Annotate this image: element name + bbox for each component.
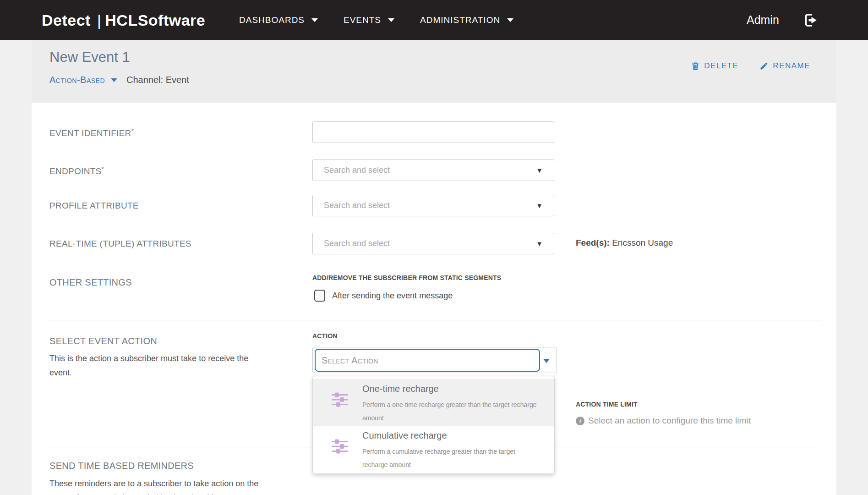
dropdown-arrow-icon[interactable] bbox=[543, 359, 550, 363]
static-segments-heading: ADD/REMOVE THE SUBSCRIBER FROM STATIC SE… bbox=[312, 274, 501, 281]
trash-icon bbox=[691, 61, 700, 71]
event-subline: Action-Based Channel: Event bbox=[49, 75, 189, 85]
chevron-down-icon bbox=[311, 18, 318, 22]
chevron-down-icon bbox=[388, 18, 394, 22]
profile-attribute-placeholder: Search and select bbox=[313, 201, 536, 210]
dropdown-arrow-icon: ▼ bbox=[536, 166, 554, 174]
rename-label: RENAME bbox=[773, 61, 810, 71]
select-event-action-heading: SELECT EVENT ACTION bbox=[49, 336, 157, 346]
sliders-icon bbox=[331, 438, 349, 455]
realtime-attributes-label: REAL-TIME (TUPLE) ATTRIBUTES bbox=[49, 239, 191, 249]
info-icon: i bbox=[576, 417, 584, 425]
required-mark: * bbox=[131, 127, 134, 134]
action-time-limit-hint: i Select an action to configure this tim… bbox=[576, 416, 751, 426]
option-description: Perform a cumulative recharge greater th… bbox=[362, 445, 540, 472]
action-placeholder: Select Action bbox=[316, 355, 378, 366]
chevron-down-icon bbox=[507, 18, 513, 22]
sign-out-icon[interactable] bbox=[802, 12, 819, 28]
pencil-icon bbox=[759, 61, 769, 71]
realtime-attributes-select[interactable]: Search and select ▼ bbox=[312, 233, 554, 254]
reminders-heading: SEND TIME BASED REMINDERS bbox=[49, 461, 194, 471]
endpoints-placeholder: Search and select bbox=[313, 165, 536, 175]
action-combobox: Select Action bbox=[312, 347, 557, 373]
realtime-attributes-placeholder: Search and select bbox=[313, 239, 536, 248]
select-event-action-description: This is the action a subscriber must tak… bbox=[49, 352, 265, 380]
nav-menu-dashboards-label: DASHBOARDS bbox=[239, 15, 305, 25]
option-title: Cumulative recharge bbox=[362, 430, 447, 441]
profile-attribute-select[interactable]: Search and select ▼ bbox=[312, 195, 554, 216]
header-actions: DELETE RENAME bbox=[691, 61, 810, 71]
nav-menu-administration-label: ADMINISTRATION bbox=[420, 15, 500, 25]
user-menu[interactable]: Admin bbox=[747, 0, 779, 40]
event-identifier-label: EVENT IDENTIFIER* bbox=[49, 127, 134, 138]
top-navbar: Detect|HCLSoftware DASHBOARDS EVENTS ADM… bbox=[0, 0, 868, 40]
logo-separator: | bbox=[91, 11, 105, 28]
event-type-label: Action-Based bbox=[49, 75, 105, 85]
feeds-divider bbox=[566, 231, 566, 257]
nav-menu-administration[interactable]: ADMINISTRATION bbox=[420, 0, 513, 40]
nav-menu-dashboards[interactable]: DASHBOARDS bbox=[239, 0, 318, 40]
logo-product: Detect bbox=[42, 11, 91, 28]
app-logo: Detect|HCLSoftware bbox=[42, 11, 205, 29]
action-dropdown-menu: One-time recharge Perform a one-time rec… bbox=[312, 376, 555, 474]
feeds-info: Feed(s): Ericsson Usage bbox=[576, 238, 673, 248]
feeds-value: Ericsson Usage bbox=[612, 238, 673, 248]
dropdown-arrow-icon: ▼ bbox=[536, 202, 554, 209]
nav-menu-events[interactable]: EVENTS bbox=[344, 0, 394, 40]
page-title: New Event 1 bbox=[49, 49, 130, 66]
delete-button[interactable]: DELETE bbox=[691, 61, 738, 71]
nav-menu-events-label: EVENTS bbox=[344, 15, 381, 25]
required-mark: * bbox=[102, 165, 104, 172]
sliders-icon bbox=[331, 391, 349, 408]
reminders-description: These reminders are to a subscriber to t… bbox=[49, 477, 269, 495]
event-header: New Event 1 Action-Based Channel: Event … bbox=[32, 40, 836, 103]
event-type-selector[interactable]: Action-Based bbox=[49, 75, 117, 85]
profile-attribute-label: PROFILE ATTRIBUTE bbox=[49, 201, 139, 211]
action-search-input[interactable]: Select Action bbox=[315, 349, 540, 372]
channel-label: Channel: Event bbox=[126, 75, 189, 85]
feeds-label: Feed(s): bbox=[576, 238, 610, 248]
option-title: One-time recharge bbox=[362, 384, 439, 394]
after-sending-checkbox[interactable] bbox=[314, 290, 325, 302]
logo-company: HCLSoftware bbox=[105, 11, 205, 28]
other-settings-heading: OTHER SETTINGS bbox=[49, 277, 132, 288]
after-sending-checkbox-label: After sending the event message bbox=[332, 291, 453, 301]
rename-button[interactable]: RENAME bbox=[759, 61, 810, 71]
action-label: ACTION bbox=[312, 332, 338, 340]
endpoints-select[interactable]: Search and select ▼ bbox=[312, 160, 554, 181]
chevron-down-icon bbox=[111, 78, 117, 82]
option-description: Perform a one-time recharge greater than… bbox=[362, 398, 540, 425]
action-time-limit-hint-text: Select an action to configure this time … bbox=[588, 416, 751, 426]
option-one-time-recharge[interactable]: One-time recharge Perform a one-time rec… bbox=[313, 379, 554, 426]
event-detail-card: New Event 1 Action-Based Channel: Event … bbox=[32, 40, 836, 495]
action-time-limit-label: ACTION TIME LIMIT bbox=[576, 401, 638, 408]
option-cumulative-recharge[interactable]: Cumulative recharge Perform a cumulative… bbox=[313, 426, 554, 473]
section-divider bbox=[49, 320, 820, 320]
delete-label: DELETE bbox=[704, 61, 738, 71]
dropdown-arrow-icon: ▼ bbox=[536, 240, 554, 248]
endpoints-label: ENDPOINTS* bbox=[49, 165, 104, 176]
event-identifier-input[interactable] bbox=[312, 121, 554, 143]
